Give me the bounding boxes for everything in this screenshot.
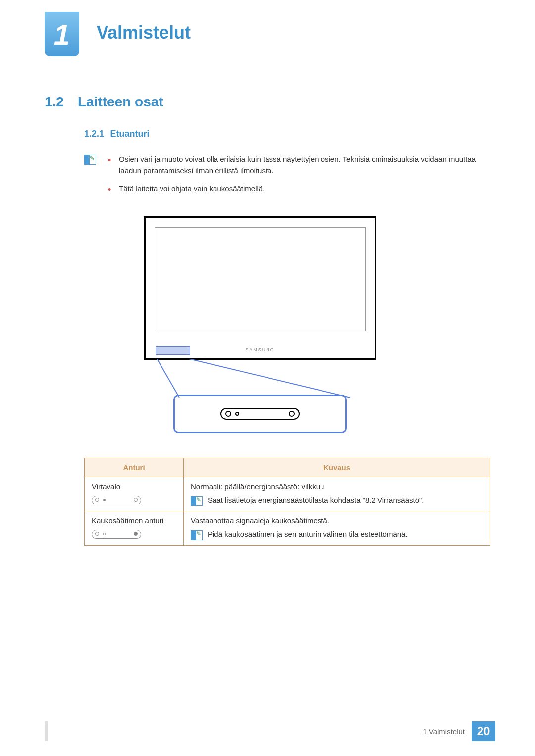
sensor-callout-box [173,395,347,433]
remote-sensor-icon [92,530,141,539]
note-bullet-1: Osien väri ja muoto voivat olla erilaisi… [105,154,490,176]
footer-stripe [45,721,48,741]
note-icon [191,530,203,540]
sensor-note-power: Saat lisätietoja energiansäästötilasta k… [208,496,424,504]
monitor-frame: SAMSUNG [144,216,376,360]
subsection-title: Etuanturi [110,129,150,139]
sensor-highlight [156,346,190,355]
svg-line-0 [157,359,179,398]
section-title: Laitteen osat [78,94,163,110]
subsection-number: 1.2.1 [84,129,104,139]
note-icon [191,496,203,506]
sensor-desc-power: Normaali: päällä/energiansäästö: vilkkuu [191,482,483,491]
footer-page-number: 20 [472,721,495,741]
monitor-brand-label: SAMSUNG [245,347,275,352]
table-row: Virtavalo Normaali: päällä/energiansääst… [85,477,490,511]
note-bullet-2: Tätä laitetta voi ohjata vain kaukosääti… [105,183,490,195]
sensor-note-remote: Pidä kaukosäätimen ja sen anturin väline… [208,530,408,538]
footer-chapter-label: 1 Valmistelut [423,727,472,736]
page-footer: 1 Valmistelut 20 [423,721,495,741]
sensor-table: Anturi Kuvaus Virtavalo Normaali: päällä… [84,458,490,546]
callout-lines [155,359,382,399]
section-heading: 1.2 Laitteen osat [45,94,490,110]
device-figure: SAMSUNG [144,216,391,433]
table-row: Kaukosäätimen anturi Vastaanottaa signaa… [85,511,490,545]
chapter-number-tab: 1 [45,12,79,56]
sensor-pill-icon [220,408,300,420]
table-header-sensor: Anturi [85,458,184,477]
chapter-title: Valmistelut [97,22,191,43]
chapter-number: 1 [54,18,70,51]
sensor-desc-remote: Vastaanottaa signaaleja kaukosäätimestä. [191,516,483,525]
section-number: 1.2 [45,94,64,110]
svg-line-1 [189,359,350,398]
sensor-name-power: Virtavalo [92,482,176,491]
table-header-description: Kuvaus [184,458,490,477]
power-indicator-icon [92,496,141,504]
sensor-name-remote: Kaukosäätimen anturi [92,516,176,525]
subsection-heading: 1.2.1 Etuanturi [84,129,490,139]
note-icon [84,155,96,165]
note-block: Osien väri ja muoto voivat olla erilaisi… [84,154,490,202]
monitor-screen [155,227,366,331]
